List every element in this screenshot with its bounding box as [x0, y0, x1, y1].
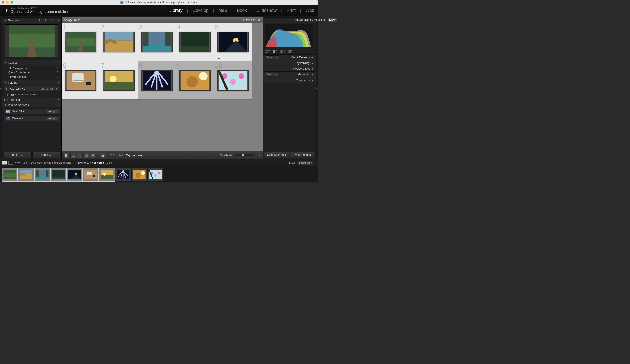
mobile-sync-link[interactable]: Get started with Lightroom mobile▸ — [10, 9, 69, 14]
sync-settings-button[interactable]: Sync Settings — [290, 152, 314, 158]
close-window-button[interactable] — [2, 1, 4, 4]
publish-service-item[interactable]: fFacebookSet Up... — [4, 115, 60, 122]
folder-item[interactable]: ▶ SeedProd.com Free… 10 — [2, 92, 62, 97]
keywording-header[interactable]: Keywording◀ — [263, 60, 316, 66]
module-map[interactable]: Map — [218, 8, 227, 13]
svg-rect-57 — [20, 174, 32, 179]
folders-header[interactable]: ▼Folders +▾ — [2, 80, 62, 85]
survey-view-button[interactable] — [84, 153, 89, 158]
loupe-view-button[interactable] — [70, 153, 76, 158]
add-folder-button[interactable]: + — [55, 81, 57, 84]
right-panel-collapse[interactable]: ▶ — [316, 17, 318, 159]
thumbnail-size-slider[interactable] — [235, 155, 254, 156]
filmstrip-cell[interactable] — [34, 169, 50, 181]
import-button[interactable]: Import... — [4, 152, 32, 158]
setup-button[interactable]: Set Up... — [46, 110, 58, 113]
module-slideshow[interactable]: Slideshow — [257, 8, 277, 13]
grid-view-button[interactable] — [64, 153, 70, 158]
filters-off-dropdown[interactable]: Filters Off — [243, 18, 254, 22]
filmstrip-cell[interactable]: ★ — [67, 169, 82, 181]
quick-develop-header[interactable]: Defaults Quick Develop◀ — [263, 54, 316, 60]
filmstrip-cell[interactable] — [2, 169, 18, 181]
filmstrip-filter-dropdown[interactable]: Filters Off — [298, 161, 313, 165]
svg-rect-19 — [105, 71, 133, 82]
zoom-window-button[interactable] — [10, 1, 13, 4]
volume-row[interactable]: Macintosh HD 123 / 931 GB ▼ — [4, 86, 60, 91]
breadcrumb[interactable]: Collection : Meine erste Sammlung — [30, 161, 71, 164]
add-collection-button[interactable]: + — [55, 98, 57, 101]
publish-service-item[interactable]: Hard DriveSet Up... — [4, 108, 60, 115]
catalog-header[interactable]: ▼Catalog — [2, 60, 62, 65]
grid-cell[interactable]: 8 — [138, 61, 176, 100]
filter-lock-icon[interactable]: ▪ — [315, 161, 316, 164]
grid-cell[interactable]: 5★ — [214, 23, 252, 61]
navigator-preview[interactable] — [5, 24, 58, 57]
filmstrip[interactable]: ★ — [0, 166, 318, 182]
grid-cell[interactable]: 3 — [138, 23, 176, 61]
grid-cell[interactable]: 7 — [100, 61, 138, 100]
filmstrip-cell[interactable] — [51, 169, 66, 181]
catalog-item[interactable]: All Photographs10 — [2, 66, 62, 70]
presets-dropdown[interactable]: Defaults — [265, 55, 279, 59]
main-window-button[interactable]: 1 — [2, 161, 7, 165]
export-button[interactable]: Export... — [32, 152, 60, 158]
metadata-header[interactable]: Default Metadata◀ — [263, 71, 316, 77]
nav-forward-button[interactable]: ▶ — [26, 161, 28, 165]
filmstrip-cell[interactable] — [83, 169, 98, 181]
people-view-button[interactable] — [90, 153, 96, 158]
module-book[interactable]: Book — [237, 8, 247, 13]
histogram-display[interactable] — [265, 24, 314, 47]
grid-cell[interactable]: 1 — [62, 23, 100, 61]
zoom-fill[interactable]: FILL — [44, 19, 48, 21]
zoom-3-1[interactable]: 3:1 — [54, 19, 57, 21]
catalog-item[interactable]: Previous Import10 — [2, 75, 62, 79]
filmstrip-cell[interactable] — [116, 169, 131, 181]
grid-cell[interactable]: 2 — [100, 23, 138, 61]
svg-point-76 — [141, 171, 145, 175]
painter-tool-button[interactable] — [100, 153, 106, 158]
zoom-fit[interactable]: FIT — [39, 19, 42, 21]
left-panel-collapse[interactable]: ◀ — [0, 17, 2, 159]
svg-point-52 — [281, 51, 282, 52]
sort-dropdown[interactable]: Capture Time ▾ — [126, 154, 144, 157]
cell-index: 9 — [177, 62, 181, 69]
add-publish-button[interactable]: + — [55, 103, 57, 107]
grid-cell[interactable]: 10 — [214, 61, 252, 100]
collections-header[interactable]: ▶Collections −+▾ — [2, 97, 62, 102]
minimize-window-button[interactable] — [6, 1, 9, 4]
lock-icon[interactable] — [258, 18, 260, 22]
compare-view-button[interactable]: X|Y — [77, 153, 83, 158]
add-keyword-button[interactable]: + — [265, 67, 267, 70]
metadata-preset-dropdown[interactable]: Default — [265, 73, 278, 76]
filmstrip-cell[interactable] — [99, 169, 114, 181]
module-web[interactable]: Web — [306, 8, 314, 13]
filter-tab-metadata[interactable]: Metadata — [314, 18, 318, 22]
module-library[interactable]: Library — [169, 8, 183, 13]
module-print[interactable]: Print — [286, 8, 296, 13]
nav-back-button[interactable]: ◀ — [22, 161, 25, 165]
navigator-header[interactable]: ▼ Navigator FIT FILL 1:1 3:1 ▾ — [2, 17, 62, 23]
grid-cell[interactable]: 4 — [176, 23, 214, 61]
zoom-1-1[interactable]: 1:1 — [50, 19, 52, 21]
comments-header[interactable]: Comments◀ — [263, 77, 316, 83]
setup-button[interactable]: Set Up... — [46, 117, 58, 120]
filmstrip-grid-icon[interactable] — [15, 162, 20, 163]
grid-cell[interactable]: 6 — [62, 61, 100, 100]
grid-cell[interactable]: 9 — [176, 61, 214, 100]
zoom-more-icon[interactable]: ▾ — [58, 19, 59, 21]
filmstrip-cell[interactable] — [132, 169, 147, 181]
sort-direction-button[interactable]: ⇅ — [110, 154, 112, 157]
catalog-item[interactable]: Quick Collection +0 — [2, 70, 62, 75]
publish-header[interactable]: ▼Publish Services +▾ — [2, 102, 62, 108]
filmstrip-cell[interactable] — [18, 169, 34, 181]
sync-metadata-button[interactable]: Sync Metadata — [264, 152, 289, 158]
filter-tab-text[interactable]: Text — [293, 18, 298, 22]
filmstrip-cell[interactable] — [148, 169, 163, 181]
module-develop[interactable]: Develop — [192, 8, 208, 13]
filter-tab-attribute[interactable]: Attribute — [301, 18, 311, 22]
keyword-list-header[interactable]: + Keyword List◀ — [263, 66, 316, 71]
breadcrumb-bar: 1 2 ◀ ▶ Collection : Meine erste Sammlun… — [0, 159, 318, 166]
toolbar-options-button[interactable]: ▼ — [258, 154, 260, 157]
second-window-button[interactable]: 2 — [8, 161, 13, 165]
svg-rect-2 — [258, 20, 260, 21]
